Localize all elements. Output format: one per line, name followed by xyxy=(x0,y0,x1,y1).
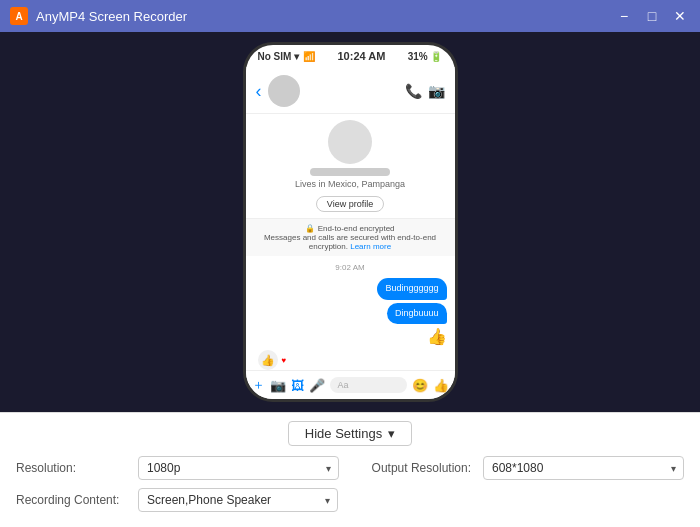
app-icon: A xyxy=(10,7,28,25)
phone-status-bar: No SIM ▾ 📶 10:24 AM 31% 🔋 xyxy=(246,45,455,67)
settings-row-1: Resolution: 1080p ▾ Output Resolution: 6… xyxy=(16,456,684,480)
reaction-row: 👍 ♥ xyxy=(258,350,447,370)
recording-content-select-wrapper: Screen,Phone Speaker ▾ xyxy=(138,488,338,512)
emoji-icon[interactable]: 😊 xyxy=(412,378,428,393)
output-resolution-select[interactable]: 608*1080 xyxy=(483,456,684,480)
title-bar: A AnyMP4 Screen Recorder − □ ✕ xyxy=(0,0,700,32)
encryption-title: 🔒 End-to-end encrypted xyxy=(256,224,445,233)
phone-call-icon[interactable]: 📞 xyxy=(405,83,422,99)
thumbs-up-bubble: 👍 xyxy=(258,350,278,370)
view-profile-button[interactable]: View profile xyxy=(316,196,384,212)
profile-section: Lives in Mexico, Pampanga View profile xyxy=(246,114,455,219)
messenger-input-bar: ＋ 📷 🖼 🎤 Aa 😊 👍 xyxy=(246,370,455,399)
phone-mockup: No SIM ▾ 📶 10:24 AM 31% 🔋 ‹ 📞 📷 Live xyxy=(243,42,458,402)
message-bubble-1: Budingggggg xyxy=(377,278,446,300)
settings-row-2: Recording Content: Screen,Phone Speaker … xyxy=(16,488,684,512)
mic-icon[interactable]: 🎤 xyxy=(309,378,325,393)
phone-screen: ‹ 📞 📷 Lives in Mexico, Pampanga View pro… xyxy=(246,67,455,399)
chevron-down-icon: ▾ xyxy=(388,426,395,441)
heart-icon: ♥ xyxy=(282,356,287,365)
recording-content-select[interactable]: Screen,Phone Speaker xyxy=(138,488,338,512)
window-controls: − □ ✕ xyxy=(614,6,690,26)
status-carrier: No SIM ▾ 📶 xyxy=(258,51,316,62)
message-input[interactable]: Aa xyxy=(330,377,407,393)
settings-panel: Hide Settings ▾ Resolution: 1080p ▾ Outp… xyxy=(0,412,700,527)
thumbs-up-reaction: 👍 xyxy=(427,327,447,346)
recording-content-label: Recording Content: xyxy=(16,493,126,507)
output-resolution-select-wrapper: 608*1080 ▾ xyxy=(483,456,684,480)
hide-settings-row: Hide Settings ▾ xyxy=(16,413,684,456)
header-actions: 📞 📷 xyxy=(405,83,445,99)
add-icon[interactable]: ＋ xyxy=(252,376,265,394)
app-title: AnyMP4 Screen Recorder xyxy=(36,9,614,24)
message-bubble-2: Dingbuuuu xyxy=(387,303,447,325)
learn-more-link[interactable]: Learn more xyxy=(350,242,391,251)
status-time: 10:24 AM xyxy=(337,50,385,62)
video-call-icon[interactable]: 📷 xyxy=(428,83,445,99)
output-resolution-label: Output Resolution: xyxy=(351,461,471,475)
maximize-button[interactable]: □ xyxy=(642,6,662,26)
profile-location: Lives in Mexico, Pampanga xyxy=(256,179,445,189)
like-icon[interactable]: 👍 xyxy=(433,378,449,393)
messenger-header: ‹ 📞 📷 xyxy=(246,67,455,114)
back-icon[interactable]: ‹ xyxy=(256,81,262,102)
minimize-button[interactable]: − xyxy=(614,6,634,26)
encryption-body: Messages and calls are secured with end-… xyxy=(256,233,445,251)
profile-name-blur xyxy=(310,168,390,176)
camera-icon[interactable]: 📷 xyxy=(270,378,286,393)
contact-avatar xyxy=(268,75,300,107)
image-icon[interactable]: 🖼 xyxy=(291,378,304,393)
resolution-select[interactable]: 1080p xyxy=(138,456,339,480)
close-button[interactable]: ✕ xyxy=(670,6,690,26)
chat-timestamp: 9:02 AM xyxy=(254,263,447,272)
resolution-label: Resolution: xyxy=(16,461,126,475)
main-area: No SIM ▾ 📶 10:24 AM 31% 🔋 ‹ 📞 📷 Live xyxy=(0,32,700,412)
resolution-select-wrapper: 1080p ▾ xyxy=(138,456,339,480)
encryption-notice: 🔒 End-to-end encrypted Messages and call… xyxy=(246,219,455,256)
hide-settings-label: Hide Settings xyxy=(305,426,382,441)
hide-settings-button[interactable]: Hide Settings ▾ xyxy=(288,421,412,446)
chat-body: 9:02 AM Budingggggg Dingbuuuu 👍 👍 ♥ You … xyxy=(246,256,455,370)
profile-avatar xyxy=(328,120,372,164)
status-battery: 31% 🔋 xyxy=(408,51,443,62)
